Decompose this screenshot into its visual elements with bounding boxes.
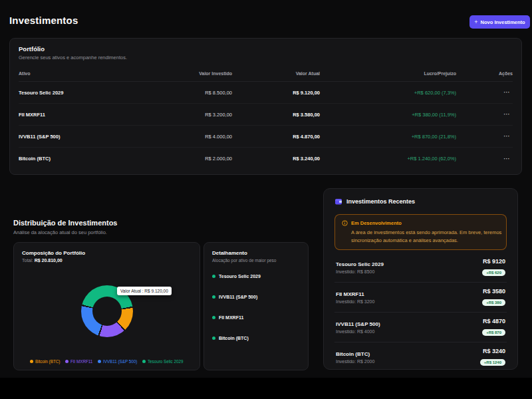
legend-dot-icon — [142, 360, 146, 363]
warning-title: Em Desenvolvimento — [351, 220, 402, 226]
detail-card: Detalhamento Alocação por ativo de maior… — [203, 242, 309, 370]
recent-asset-name: Bitcoin (BTC) — [336, 351, 374, 357]
current-value: R$ 9.120,00 — [232, 90, 320, 96]
recent-item-info: Tesouro Selic 2029Investido: R$ 8500 — [336, 261, 384, 274]
table-row: Tesouro Selic 2029R$ 8.500,00R$ 9.120,00… — [19, 82, 513, 104]
total-label: Total: — [22, 258, 33, 263]
col-lucro-prejuizo: Lucro/Prejuízo — [320, 71, 456, 76]
actions-cell: ⋯ — [456, 110, 513, 119]
info-icon — [342, 220, 348, 226]
detail-item: FII MXRF11 — [212, 315, 300, 320]
asset-name: FII MXRF11 — [19, 112, 146, 118]
distribution-title: Distribuição de Investimentos — [13, 219, 117, 227]
current-value: R$ 3.240,00 — [232, 156, 320, 162]
asset-name: Tesouro Selic 2029 — [19, 90, 146, 96]
bullet-dot-icon — [212, 316, 215, 319]
detail-asset-label: Tesouro Selic 2029 — [219, 274, 261, 279]
recent-investment-item: Tesouro Selic 2029Investido: R$ 8500R$ 9… — [334, 253, 507, 283]
col-valor-atual: Valor Atual — [232, 71, 320, 76]
legend-item[interactable]: Bitcoin (BTC) — [30, 359, 60, 364]
gain-badge: +R$ 1240 — [480, 359, 505, 366]
recent-list: Tesouro Selic 2029Investido: R$ 8500R$ 9… — [334, 253, 507, 372]
recent-asset-name: IVVB11 (S&P 500) — [336, 321, 380, 327]
new-investment-button[interactable]: + Novo Investimento — [469, 15, 530, 29]
recent-item-info: FII MXRF11Investido: R$ 3200 — [336, 291, 374, 304]
legend-label: FII MXRF11 — [70, 359, 92, 364]
legend-item[interactable]: Tesouro Selic 2029 — [142, 359, 183, 364]
detail-item: IVVB11 (S&P 500) — [212, 295, 300, 299]
recent-investment-item: FII MXRF11Investido: R$ 3200R$ 3580+R$ 3… — [334, 283, 507, 313]
asset-name: Bitcoin (BTC) — [19, 156, 146, 162]
distribution-subtitle: Análise da alocação atual do seu portfól… — [13, 229, 107, 235]
recent-item-values: R$ 3580+R$ 380 — [482, 288, 505, 307]
invested-value: R$ 4.000,00 — [146, 134, 232, 140]
table-row: FII MXRF11R$ 3.200,00R$ 3.580,00+R$ 380,… — [19, 104, 513, 126]
bullet-dot-icon — [212, 275, 215, 278]
profit-value: +R$ 620,00 (7,3%) — [320, 90, 456, 96]
actions-cell: ⋯ — [456, 132, 513, 141]
recent-asset-name: Tesouro Selic 2029 — [336, 261, 384, 267]
actions-cell: ⋯ — [456, 88, 513, 97]
composition-title: Composição do Portfólio — [22, 250, 192, 256]
page-title: Investimentos — [9, 15, 78, 26]
recent-investment-item: Bitcoin (BTC)Investido: R$ 2000R$ 3240+R… — [334, 342, 507, 372]
recent-item-info: IVVB11 (S&P 500)Investido: R$ 4000 — [336, 321, 380, 334]
legend-item[interactable]: FII MXRF11 — [65, 359, 92, 364]
row-actions-button[interactable]: ⋯ — [501, 132, 513, 141]
bullet-dot-icon — [212, 336, 215, 340]
recent-invested-label: Investido: R$ 4000 — [336, 329, 380, 334]
detail-title: Detalhamento — [212, 250, 300, 256]
recent-item-values: R$ 3240+R$ 1240 — [480, 348, 505, 366]
table-row: IVVB11 (S&P 500)R$ 4.000,00R$ 4.870,00+R… — [19, 126, 513, 148]
gain-badge: +R$ 870 — [482, 329, 505, 336]
recent-invested-label: Investido: R$ 3200 — [336, 299, 374, 304]
recent-title: Investimentos Recentes — [346, 198, 415, 205]
legend-label: Bitcoin (BTC) — [35, 359, 60, 364]
portfolio-table: Ativo Valor Investido Valor Atual Lucro/… — [19, 68, 513, 170]
table-row: Bitcoin (BTC)R$ 2.000,00R$ 3.240,00+R$ 1… — [19, 148, 513, 170]
legend-label: IVVB11 (S&P 500) — [103, 359, 138, 364]
invested-value: R$ 8.500,00 — [146, 90, 232, 96]
profit-value: +R$ 380,00 (11,9%) — [320, 112, 456, 118]
donut-hole — [92, 297, 122, 326]
detail-list: Tesouro Selic 2029IVVB11 (S&P 500)FII MX… — [212, 274, 300, 340]
portfolio-card: Portfólio Gerencie seus ativos e acompan… — [9, 38, 522, 175]
current-value: R$ 4.870,00 — [232, 134, 320, 140]
detail-item: Bitcoin (BTC) — [212, 336, 300, 340]
recent-item-values: R$ 9120+R$ 620 — [482, 258, 505, 277]
legend-dot-icon — [30, 360, 33, 363]
recent-current-value: R$ 3580 — [482, 288, 505, 295]
recent-invested-label: Investido: R$ 8500 — [336, 269, 384, 274]
recent-asset-name: FII MXRF11 — [336, 291, 374, 297]
col-acoes: Ações — [456, 71, 513, 76]
current-value: R$ 3.580,00 — [232, 112, 320, 118]
asset-name: IVVB11 (S&P 500) — [19, 134, 146, 140]
composition-total: Total: R$ 20.810,00 — [22, 258, 192, 263]
invested-value: R$ 2.000,00 — [146, 156, 232, 162]
row-actions-button[interactable]: ⋯ — [501, 154, 513, 164]
col-ativo: Ativo — [19, 71, 146, 76]
warning-text: A área de investimentos está sendo aprim… — [351, 229, 507, 244]
profit-value: +R$ 870,00 (21,8%) — [320, 134, 456, 140]
detail-item: Tesouro Selic 2029 — [212, 274, 300, 279]
actions-cell: ⋯ — [456, 154, 513, 164]
recent-invested-label: Investido: R$ 2000 — [336, 359, 374, 364]
legend-dot-icon — [98, 360, 101, 363]
recent-current-value: R$ 4870 — [482, 318, 505, 325]
recent-current-value: R$ 9120 — [482, 258, 505, 265]
legend-dot-icon — [65, 360, 68, 363]
development-warning: Em Desenvolvimento A área de investiment… — [334, 214, 507, 250]
portfolio-subtitle: Gerencie seus ativos e acompanhe rendime… — [19, 55, 513, 61]
table-header-row: Ativo Valor Investido Valor Atual Lucro/… — [19, 68, 513, 82]
detail-subtitle: Alocação por ativo de maior peso — [212, 258, 300, 263]
chart-tooltip: Valor Atual : R$ 9.120,00 — [117, 287, 172, 295]
col-valor-investido: Valor Investido — [146, 71, 232, 76]
row-actions-button[interactable]: ⋯ — [501, 110, 513, 119]
portfolio-title: Portfólio — [19, 45, 513, 53]
plus-icon: + — [474, 19, 477, 25]
recent-header: Investimentos Recentes — [334, 198, 507, 205]
composition-card: Composição do Portfólio Total: R$ 20.810… — [13, 242, 200, 370]
legend-item[interactable]: IVVB11 (S&P 500) — [98, 359, 137, 364]
detail-asset-label: IVVB11 (S&P 500) — [219, 295, 257, 299]
row-actions-button[interactable]: ⋯ — [501, 88, 513, 97]
